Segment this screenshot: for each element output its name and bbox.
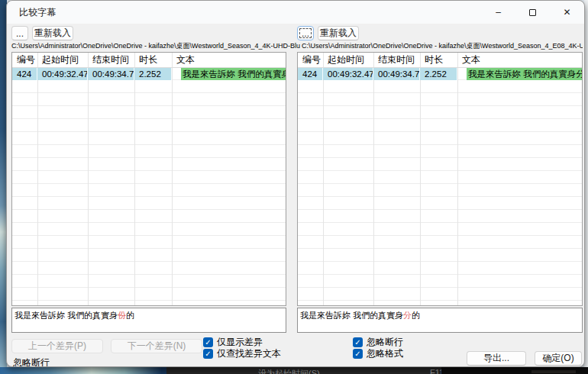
background-app-menu: 设为起始时间(S) F11 <box>166 367 441 374</box>
right-file-path: C:\Users\Administrator\OneDrive\OneDrive… <box>302 41 583 50</box>
check-ignore-format-label: 忽略格式 <box>367 347 403 360</box>
column-divider <box>37 53 38 305</box>
check-find-diff-text-only[interactable]: 仅查找差异文本 <box>203 348 281 359</box>
minimize-icon: – <box>496 7 501 18</box>
background-menu-item: 设为起始时间(S) <box>258 368 320 374</box>
maximize-button[interactable] <box>515 1 550 24</box>
left-subtitle-table[interactable]: 编号 起始时间 结束时间 时长 文本 424 00:49:32.47 00:49… <box>11 52 286 306</box>
checkbox-checked-icon[interactable] <box>353 349 363 359</box>
right-preview-prefix: 我是來告訴妳 我們的真實身 <box>300 311 403 320</box>
left-header-duration[interactable]: 时长 <box>134 53 172 67</box>
left-diff-highlight: 我是來告訴妳 我們的真實身份的 <box>181 68 286 80</box>
left-header-text[interactable]: 文本 <box>172 53 286 67</box>
right-cell-duration: 2.252 <box>420 68 457 80</box>
background-bottom-strip: 设为起始时间(S) F11 <box>0 367 588 374</box>
left-header-number[interactable]: 编号 <box>12 53 37 67</box>
compare-subtitles-dialog: 比较字幕 – ✕ ... 重新载入 ... 重新载入 C:\Users\Admi… <box>6 0 585 367</box>
desktop-wallpaper-bottom <box>0 367 166 374</box>
left-preview-prefix: 我是來告訴妳 我們的真實身 <box>15 311 118 320</box>
check-ignore-format[interactable]: 忽略格式 <box>353 348 403 359</box>
right-header-start[interactable]: 起始时间 <box>323 53 373 67</box>
right-subtitle-table[interactable]: 编号 起始时间 结束时间 时长 文本 424 00:49:32.47 00:49… <box>297 52 583 306</box>
right-header-duration[interactable]: 时长 <box>420 53 457 67</box>
left-table-gridlines <box>12 67 286 305</box>
left-text-preview: 我是來告訴妳 我們的真實身份的 <box>11 308 286 333</box>
column-divider <box>457 53 458 305</box>
left-table-row[interactable]: 424 00:49:32.47 00:49:34.72 2.252 我是來告訴妳… <box>12 68 286 80</box>
window-controls: – ✕ <box>481 1 584 24</box>
titlebar[interactable]: 比较字幕 – ✕ <box>7 1 584 24</box>
right-table-gridlines <box>298 67 582 305</box>
check-show-diff-only[interactable]: 仅显示差异 <box>203 337 263 347</box>
background-dim-text <box>531 370 576 373</box>
check-ignore-linebreaks[interactable]: 忽略断行 <box>353 337 403 347</box>
left-cell-text: 我是來告訴妳 我們的真實身份的 <box>172 68 286 80</box>
right-cell-start: 00:49:32.47 <box>323 68 373 80</box>
right-table-row[interactable]: 424 00:49:32.47 00:49:34.72 2.252 我是來告訴妳… <box>298 68 582 80</box>
left-browse-button[interactable]: ... <box>11 26 28 40</box>
column-divider <box>323 53 324 305</box>
right-header-end[interactable]: 结束时间 <box>373 53 420 67</box>
left-preview-suffix: 的 <box>126 311 134 320</box>
left-cell-number: 424 <box>12 68 37 80</box>
export-button[interactable]: 导出... <box>467 351 526 366</box>
column-divider <box>420 53 421 305</box>
window-title: 比较字幕 <box>19 1 56 24</box>
right-reload-button[interactable]: 重新载入 <box>318 26 359 40</box>
maximize-icon <box>529 9 536 16</box>
close-button[interactable]: ✕ <box>550 1 584 24</box>
right-header-text[interactable]: 文本 <box>457 53 582 67</box>
right-cell-text: 我是來告訴妳 我們的真實身分的 <box>457 68 582 80</box>
column-divider <box>134 53 135 305</box>
status-bar-text: 忽略断行 <box>13 356 50 367</box>
right-preview-diff-char: 分 <box>403 311 412 320</box>
background-dark-window <box>441 367 588 374</box>
left-cell-end: 00:49:34.72 <box>88 68 134 80</box>
close-icon: ✕ <box>563 7 570 18</box>
checkbox-checked-icon[interactable] <box>203 337 213 347</box>
left-header-end[interactable]: 结束时间 <box>88 53 134 67</box>
right-cell-end: 00:49:34.72 <box>373 68 420 80</box>
right-preview-suffix: 的 <box>412 311 420 320</box>
next-difference-button[interactable]: 下一个差异(N) <box>111 339 202 353</box>
right-header-number[interactable]: 编号 <box>298 53 323 67</box>
column-divider <box>172 53 173 305</box>
background-menu-shortcut: F11 <box>430 368 441 374</box>
left-cell-duration: 2.252 <box>134 68 172 80</box>
left-cell-start: 00:49:32.47 <box>37 68 88 80</box>
column-divider <box>373 53 374 305</box>
left-file-path: C:\Users\Administrator\OneDrive\OneDrive… <box>11 41 300 50</box>
ok-button[interactable]: 确定(O) <box>535 351 582 366</box>
minimize-button[interactable]: – <box>481 1 515 24</box>
check-find-diff-text-only-label: 仅查找差异文本 <box>217 347 281 360</box>
checkbox-checked-icon[interactable] <box>353 337 363 347</box>
column-divider <box>88 53 89 305</box>
checkbox-checked-icon[interactable] <box>203 349 213 359</box>
right-text-preview: 我是來告訴妳 我們的真實身分的 <box>297 308 583 333</box>
right-browse-button[interactable]: ... <box>297 26 314 40</box>
right-cell-number: 424 <box>298 68 323 80</box>
right-diff-highlight: 我是來告訴妳 我們的真實身分的 <box>467 68 582 80</box>
prev-difference-button[interactable]: 上一个差异(P) <box>11 339 103 353</box>
left-header-start[interactable]: 起始时间 <box>37 53 88 67</box>
left-preview-diff-char: 份 <box>118 311 126 320</box>
left-reload-button[interactable]: 重新载入 <box>32 26 73 40</box>
